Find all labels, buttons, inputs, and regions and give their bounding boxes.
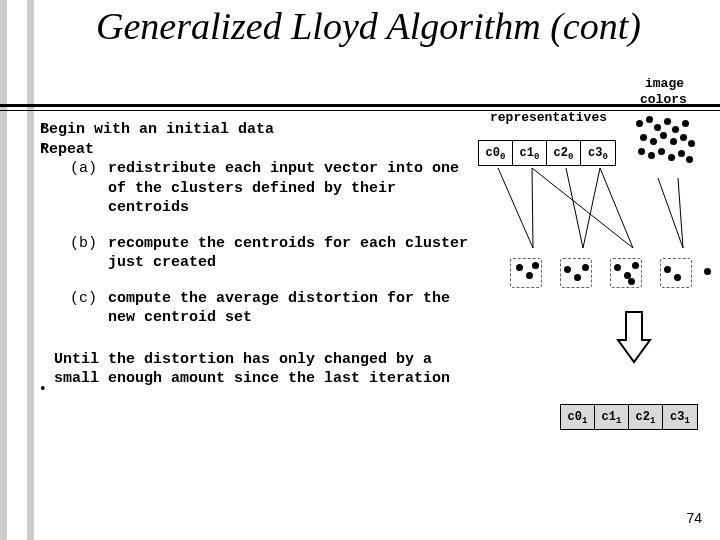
centroid-row-0: c00 c10 c20 c30 <box>478 140 616 166</box>
step-c-text: compute the average distortion for the n… <box>108 289 470 328</box>
step-b-tag: (b) <box>70 234 108 273</box>
step-b-text: recompute the centroids for each cluster… <box>108 234 470 273</box>
line-until: Until the distortion has only changed by… <box>54 350 470 389</box>
label-image: image <box>645 76 684 91</box>
centroid-cell: c10 <box>513 141 547 165</box>
centroid-row-1: c01 c11 c21 c31 <box>560 404 698 430</box>
dot-cloud-image-colors <box>632 114 702 172</box>
step-c-tag: (c) <box>70 289 108 328</box>
step-a: (a) redistribute each input vector into … <box>70 159 470 218</box>
centroid-cell: c11 <box>595 405 629 429</box>
centroid-cell: c30 <box>581 141 615 165</box>
label-colors: colors <box>640 92 687 107</box>
slide-title: Generalized Lloyd Algorithm (cont) <box>96 6 641 48</box>
slide: Generalized Lloyd Algorithm (cont) repre… <box>0 0 720 540</box>
svg-line-3 <box>583 168 600 248</box>
svg-line-5 <box>600 168 633 248</box>
fanout-arrows-icon <box>478 168 708 258</box>
centroid-cell: c31 <box>663 405 697 429</box>
svg-line-4 <box>532 168 633 248</box>
page-number: 74 <box>686 510 702 526</box>
svg-line-1 <box>532 168 533 248</box>
rule-thin <box>0 110 720 111</box>
svg-line-0 <box>498 168 533 248</box>
step-a-text: redistribute each input vector into one … <box>108 159 470 218</box>
step-b: (b) recompute the centroids for each clu… <box>70 234 470 273</box>
centroid-cell: c01 <box>561 405 595 429</box>
step-a-tag: (a) <box>70 159 108 218</box>
line-repeat: Repeat <box>40 140 470 160</box>
down-arrow-icon <box>616 310 652 364</box>
line-begin: Begin with an initial data <box>40 120 470 140</box>
cluster-row <box>510 256 720 296</box>
algorithm-text: Begin with an initial data Repeat (a) re… <box>40 120 470 389</box>
centroid-cell: c21 <box>629 405 663 429</box>
left-decor-band <box>0 0 34 540</box>
step-c: (c) compute the average distortion for t… <box>70 289 470 328</box>
rule-thick <box>0 104 720 107</box>
centroid-cell: c20 <box>547 141 581 165</box>
centroid-cell: c00 <box>479 141 513 165</box>
label-representatives: representatives <box>490 110 607 125</box>
svg-line-2 <box>566 168 583 248</box>
